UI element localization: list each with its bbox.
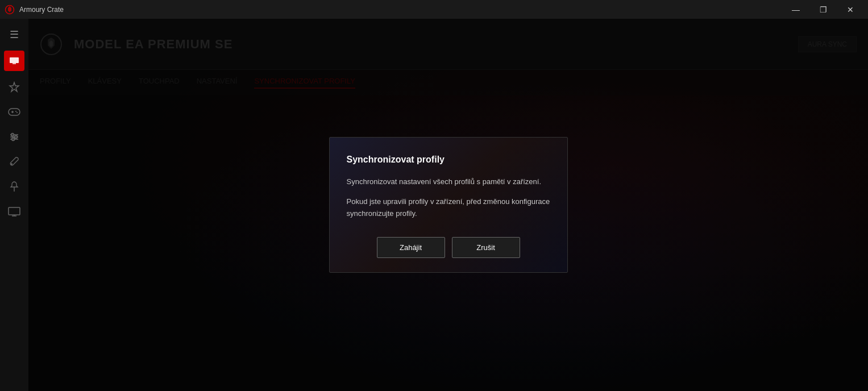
app-content: MODEL EA PREMIUM SE AURA SYNC PROFILY KL… bbox=[28, 19, 868, 391]
svg-rect-2 bbox=[13, 63, 16, 64]
app-logo-icon bbox=[5, 5, 15, 15]
svg-point-13 bbox=[15, 136, 18, 139]
hamburger-icon: ☰ bbox=[10, 28, 19, 41]
gamepad-icon bbox=[8, 107, 20, 117]
sidebar-item-device[interactable] bbox=[4, 51, 24, 71]
modal-buttons: Zahájit Zrušit bbox=[347, 237, 550, 258]
modal-backdrop: Synchronizovat profily Synchronizovat na… bbox=[28, 19, 868, 391]
svg-rect-4 bbox=[9, 109, 20, 115]
close-button[interactable]: ✕ bbox=[837, 0, 863, 19]
modal-body-line1: Synchronizovat nastavení všech profilů s… bbox=[347, 176, 550, 188]
start-button[interactable]: Zahájit bbox=[377, 237, 445, 258]
display-icon bbox=[8, 207, 20, 217]
sidebar-item-tools[interactable] bbox=[3, 151, 26, 173]
sidebar-item-pin[interactable] bbox=[3, 176, 26, 198]
app-title: Armoury Crate bbox=[19, 6, 64, 14]
cancel-button[interactable]: Zrušit bbox=[452, 237, 520, 258]
maximize-button[interactable]: ❐ bbox=[810, 0, 836, 19]
svg-point-14 bbox=[12, 138, 15, 141]
modal-body-line2: Pokud jste upravili profily v zařízení, … bbox=[347, 196, 550, 220]
sync-profiles-modal: Synchronizovat profily Synchronizovat na… bbox=[329, 137, 568, 272]
svg-rect-1 bbox=[10, 57, 19, 63]
device-icon bbox=[9, 55, 20, 66]
sidebar-item-tuning[interactable] bbox=[3, 126, 26, 148]
svg-marker-3 bbox=[10, 82, 19, 91]
svg-point-15 bbox=[11, 163, 13, 165]
title-bar: Armoury Crate — ❐ ✕ bbox=[0, 0, 868, 19]
sidebar-item-display[interactable] bbox=[3, 201, 26, 223]
svg-point-12 bbox=[11, 134, 14, 136]
tuning-icon bbox=[9, 132, 20, 142]
title-bar-left: Armoury Crate bbox=[5, 5, 64, 15]
modal-body: Synchronizovat nastavení všech profilů s… bbox=[347, 176, 550, 219]
wrench-icon bbox=[9, 156, 20, 168]
sidebar-item-lighting[interactable] bbox=[3, 76, 26, 98]
svg-point-7 bbox=[15, 111, 16, 112]
pin-icon bbox=[9, 181, 19, 193]
lighting-icon bbox=[9, 81, 20, 93]
modal-title: Synchronizovat profily bbox=[347, 155, 550, 165]
sidebar: ☰ bbox=[0, 19, 28, 391]
sidebar-item-gamepad[interactable] bbox=[3, 101, 26, 123]
svg-point-8 bbox=[16, 112, 18, 113]
window-controls: — ❐ ✕ bbox=[783, 0, 863, 19]
minimize-button[interactable]: — bbox=[783, 0, 809, 19]
svg-rect-17 bbox=[9, 207, 20, 215]
menu-button[interactable]: ☰ bbox=[3, 24, 26, 45]
main-content: ☰ bbox=[0, 19, 868, 391]
